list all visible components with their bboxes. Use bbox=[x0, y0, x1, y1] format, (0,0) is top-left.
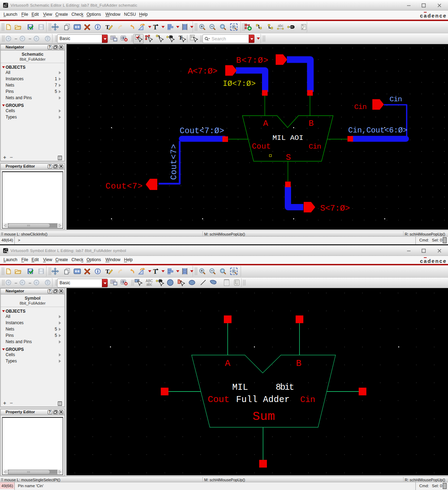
svg-text:A: A bbox=[263, 119, 268, 128]
svg-text:Cin: Cin bbox=[390, 95, 402, 103]
svg-text:8bit: 8bit bbox=[276, 382, 294, 393]
svg-text:Cout: Cout bbox=[208, 394, 229, 405]
svg-text:Cout<7>: Cout<7> bbox=[105, 182, 143, 191]
svg-text:Sum: Sum bbox=[253, 410, 275, 424]
svg-text:S<7:Ø>: S<7:Ø> bbox=[320, 204, 350, 213]
svg-text:?: ? bbox=[49, 45, 51, 49]
svg-text:MIL AOI: MIL AOI bbox=[273, 134, 303, 142]
svg-text:abc: abc bbox=[278, 24, 283, 28]
svg-text:Cout: Cout bbox=[252, 142, 271, 151]
svg-text:MIL: MIL bbox=[232, 382, 248, 393]
svg-text:B<7:Ø>: B<7:Ø> bbox=[236, 56, 268, 65]
svg-text:Cin: Cin bbox=[309, 143, 321, 151]
svg-text:Full Adder: Full Adder bbox=[236, 395, 290, 405]
svg-text:Cin: Cin bbox=[354, 103, 367, 111]
svg-text:Cin: Cin bbox=[300, 395, 315, 404]
svg-text:S: S bbox=[286, 153, 291, 162]
svg-text:abc: abc bbox=[146, 283, 152, 286]
svg-text:Cin,Cout<6:Ø>: Cin,Cout<6:Ø> bbox=[348, 126, 407, 135]
svg-text:B: B bbox=[309, 119, 313, 128]
svg-text:A<7:Ø>: A<7:Ø> bbox=[188, 67, 218, 76]
svg-text:?: ? bbox=[49, 410, 51, 414]
svg-text:Cout<7:Ø>: Cout<7:Ø> bbox=[180, 127, 224, 136]
svg-text:IØ<7:Ø>: IØ<7:Ø> bbox=[223, 80, 256, 88]
svg-text:?: ? bbox=[49, 164, 51, 168]
svg-text:?: ? bbox=[49, 289, 51, 293]
svg-text:B: B bbox=[296, 358, 302, 369]
svg-text:Cout<7>: Cout<7> bbox=[170, 144, 179, 180]
svg-text:A: A bbox=[225, 358, 230, 369]
